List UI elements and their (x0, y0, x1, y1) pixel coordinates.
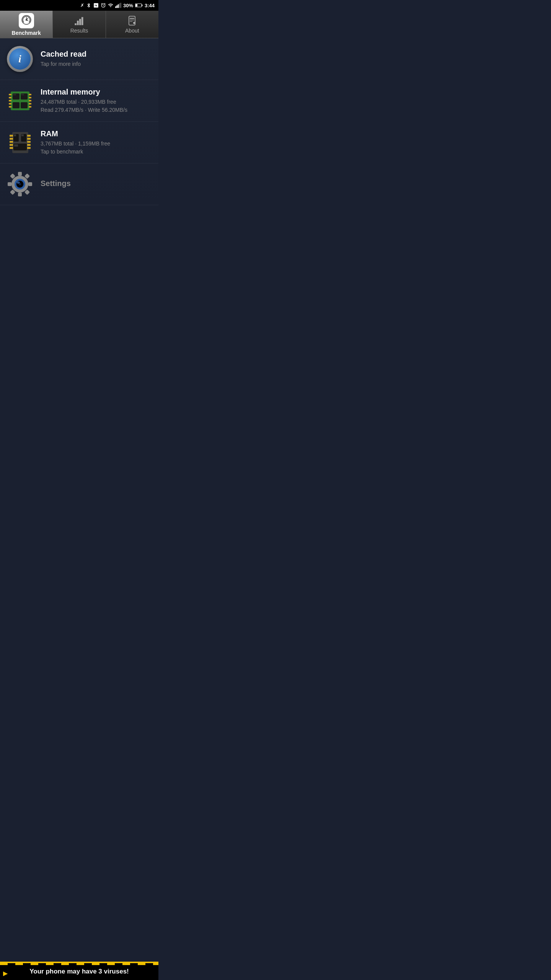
results-icon (74, 15, 85, 26)
wifi-icon (108, 3, 113, 8)
internal-memory-item[interactable]: Internal memory 24,487MB total · 20,933M… (0, 80, 158, 122)
svg-rect-42 (27, 135, 31, 137)
svg-rect-7 (135, 4, 137, 7)
ram-title: RAM (41, 129, 152, 138)
svg-rect-41 (10, 147, 13, 149)
tab-about-label: About (125, 28, 139, 34)
svg-rect-55 (8, 182, 11, 186)
svg-rect-3 (119, 3, 120, 8)
ram-icon (6, 129, 34, 156)
internal-memory-icon (6, 87, 34, 114)
settings-content: Settings (41, 179, 152, 189)
svg-rect-53 (18, 172, 22, 176)
tab-bar: Benchmark Results About (0, 11, 158, 38)
tab-benchmark[interactable]: Benchmark (0, 11, 53, 38)
about-icon (127, 15, 137, 26)
status-bar: ✗ 30% 3:44 (0, 0, 158, 11)
ram-subtitle2: Tap to benchmark (41, 148, 152, 156)
tab-benchmark-label: Benchmark (12, 30, 41, 36)
svg-rect-27 (9, 103, 11, 105)
svg-rect-11 (77, 21, 79, 25)
svg-rect-25 (9, 97, 11, 98)
svg-rect-30 (29, 97, 31, 98)
memory-svg (8, 88, 33, 113)
svg-rect-29 (29, 94, 31, 95)
svg-rect-0 (115, 7, 116, 8)
internal-memory-subtitle1: 24,487MB total · 20,933MB free (41, 98, 152, 106)
svg-rect-46 (27, 147, 31, 149)
bluetooth-icon: ✗ (80, 3, 84, 8)
gear-svg (7, 171, 33, 197)
svg-rect-34 (13, 94, 16, 95)
settings-title: Settings (41, 179, 152, 188)
status-icons: ✗ 30% 3:44 (80, 3, 155, 8)
svg-rect-32 (29, 103, 31, 105)
benchmark-icon-wrapper (19, 13, 34, 28)
alarm-icon (101, 3, 106, 8)
tab-about[interactable]: About (106, 11, 158, 38)
svg-rect-1 (116, 5, 117, 8)
svg-rect-15 (130, 18, 134, 19)
svg-rect-35 (21, 94, 24, 95)
ram-svg (8, 130, 33, 155)
content-area: i Cached read Tap for more info (0, 38, 158, 205)
time-display: 3:44 (145, 3, 155, 8)
svg-rect-4 (120, 3, 121, 8)
cached-read-title: Cached read (41, 50, 152, 59)
svg-rect-31 (29, 100, 31, 101)
svg-point-66 (19, 183, 21, 185)
svg-rect-50 (21, 134, 24, 136)
settings-icon (6, 170, 34, 198)
nfc-icon (93, 3, 99, 8)
signal-icon (115, 3, 121, 8)
svg-rect-28 (9, 106, 11, 108)
svg-rect-49 (14, 134, 16, 136)
svg-rect-40 (10, 144, 13, 146)
svg-rect-45 (27, 144, 31, 146)
ram-item[interactable]: RAM 3,767MB total · 1,159MB free Tap to … (0, 122, 158, 163)
ram-subtitle1: 3,767MB total · 1,159MB free (41, 140, 152, 148)
svg-rect-52 (14, 144, 18, 147)
svg-rect-56 (28, 182, 32, 186)
svg-point-18 (133, 21, 135, 24)
bluetooth-icon (86, 3, 91, 8)
svg-rect-26 (9, 100, 11, 101)
svg-rect-13 (82, 17, 83, 25)
svg-rect-37 (10, 135, 13, 137)
svg-rect-12 (79, 19, 81, 25)
battery-percent: 30% (123, 3, 133, 8)
cached-read-content: Cached read Tap for more info (41, 50, 152, 68)
benchmark-icon (21, 15, 32, 25)
svg-rect-39 (10, 141, 13, 143)
settings-item[interactable]: Settings (0, 163, 158, 205)
cached-read-icon: i (6, 45, 34, 73)
svg-rect-22 (13, 102, 20, 108)
svg-rect-2 (118, 4, 119, 8)
internal-memory-content: Internal memory 24,487MB total · 20,933M… (41, 88, 152, 114)
svg-rect-44 (27, 141, 31, 143)
svg-rect-17 (130, 21, 132, 21)
svg-rect-10 (75, 23, 77, 25)
cached-read-subtitle: Tap for more info (41, 60, 152, 68)
battery-icon (135, 3, 143, 8)
internal-memory-subtitle2: Read 279.47MB/s · Write 56.20MB/s (41, 106, 152, 114)
ram-content: RAM 3,767MB total · 1,159MB free Tap to … (41, 129, 152, 156)
svg-rect-38 (10, 138, 13, 140)
svg-rect-6 (142, 5, 142, 6)
svg-rect-16 (130, 20, 134, 20)
internal-memory-title: Internal memory (41, 88, 152, 96)
svg-rect-43 (27, 138, 31, 140)
svg-rect-54 (18, 193, 22, 196)
svg-rect-33 (29, 106, 31, 108)
tab-results-label: Results (70, 28, 88, 34)
tab-results[interactable]: Results (53, 11, 106, 38)
svg-rect-23 (21, 102, 28, 108)
cached-read-item[interactable]: i Cached read Tap for more info (0, 38, 158, 80)
svg-rect-24 (9, 94, 11, 95)
